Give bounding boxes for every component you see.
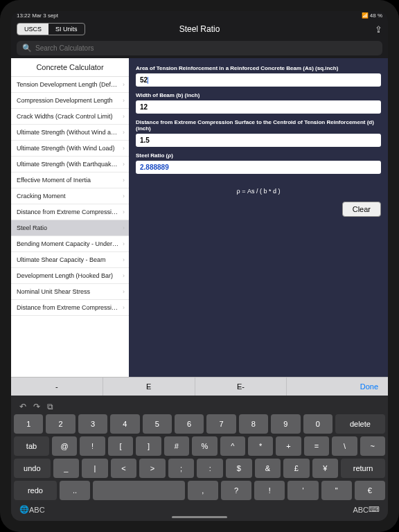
key[interactable]: [ xyxy=(108,436,133,456)
key[interactable]: = xyxy=(304,436,329,456)
kb-redo-icon[interactable]: ↷ xyxy=(33,402,40,411)
key[interactable]: .. xyxy=(60,481,90,500)
key[interactable]: \ xyxy=(332,436,357,456)
key[interactable]: 2 xyxy=(46,414,75,434)
seg-si[interactable]: SI Units xyxy=(48,24,85,35)
key[interactable]: : xyxy=(197,459,223,478)
key-tab[interactable]: tab xyxy=(14,436,49,456)
search-input[interactable] xyxy=(35,44,377,52)
key[interactable]: ] xyxy=(136,436,161,456)
key[interactable]: 6 xyxy=(175,414,204,434)
search-icon: 🔍 xyxy=(22,44,32,53)
sidebar-item[interactable]: Development Length (Hooked Bar)› xyxy=(11,268,129,284)
key[interactable]: $ xyxy=(226,459,252,478)
sidebar-title: Concrete Calculator xyxy=(11,58,129,77)
key[interactable]: 8 xyxy=(239,414,268,434)
key-space[interactable] xyxy=(93,481,185,500)
key[interactable]: < xyxy=(111,459,137,478)
share-icon[interactable]: ⇪ xyxy=(375,24,382,35)
formula-text: ρ = As / ( b * d ) xyxy=(136,188,381,195)
acc-done[interactable]: Done xyxy=(287,378,388,396)
kb-paste-icon[interactable]: ⧉ xyxy=(47,402,53,411)
chevron-right-icon: › xyxy=(123,161,125,168)
d-input[interactable]: 1.5 xyxy=(136,134,381,147)
key[interactable]: 7 xyxy=(206,414,236,434)
key[interactable]: return xyxy=(341,459,385,478)
key[interactable]: | xyxy=(82,459,108,478)
abc-key-right[interactable]: ABC xyxy=(353,506,369,514)
chevron-right-icon: › xyxy=(123,288,125,295)
key[interactable]: 9 xyxy=(271,414,300,434)
key[interactable]: 0 xyxy=(303,414,332,434)
search-bar[interactable]: 🔍 xyxy=(17,41,382,55)
sidebar-item[interactable]: Nominal Unit Shear Stress› xyxy=(11,284,129,300)
key[interactable]: ~ xyxy=(360,436,385,456)
acc-eminus[interactable]: E- xyxy=(195,378,287,396)
key[interactable]: > xyxy=(139,459,166,478)
key[interactable]: * xyxy=(248,436,273,456)
key[interactable]: 5 xyxy=(143,414,172,434)
key[interactable]: , xyxy=(188,481,218,500)
sidebar-item[interactable]: Ultimate Strength (With Wind Load)› xyxy=(11,141,129,157)
chevron-right-icon: › xyxy=(123,177,125,184)
main-panel: Area of Tension Reinforcement in a Reinf… xyxy=(129,58,388,377)
b-input[interactable]: 12 xyxy=(136,100,381,114)
key[interactable]: & xyxy=(255,459,281,478)
sidebar: Concrete Calculator Tension Development … xyxy=(11,58,129,377)
key-undo[interactable]: undo xyxy=(14,459,51,478)
chevron-right-icon: › xyxy=(123,304,125,311)
chevron-right-icon: › xyxy=(123,209,125,215)
as-label: Area of Tension Reinforcement in a Reinf… xyxy=(136,65,381,71)
globe-icon[interactable]: 🌐 xyxy=(19,505,29,514)
rho-output: 2.888889 xyxy=(136,161,381,174)
acc-e[interactable]: E xyxy=(103,378,195,396)
keyboard: ↶ ↷ ⧉ 1234567890delete tab@![]#%^*+=\~ u… xyxy=(11,396,388,521)
sidebar-item[interactable]: Ultimate Strength (Without Wind and...› xyxy=(11,125,129,141)
dismiss-kb-icon[interactable]: ⌨ xyxy=(369,505,380,514)
key[interactable]: ; xyxy=(168,459,195,478)
sidebar-item[interactable]: Bending Moment Capacity - Underrei...› xyxy=(11,236,129,252)
sidebar-item[interactable]: Effective Moment of Inertia› xyxy=(11,172,129,188)
key[interactable]: @ xyxy=(52,436,77,456)
seg-uscs[interactable]: USCS xyxy=(17,24,48,35)
sidebar-item[interactable]: Distance from Extreme Compression...› xyxy=(11,300,129,316)
status-battery: 📶 48 % xyxy=(362,12,382,19)
sidebar-item[interactable]: Steel Ratio› xyxy=(11,220,129,236)
home-indicator xyxy=(172,516,227,518)
clear-button[interactable]: Clear xyxy=(342,202,381,217)
sidebar-item[interactable]: Compression Development Length› xyxy=(11,93,129,109)
key[interactable]: delete xyxy=(335,414,385,434)
key[interactable]: _ xyxy=(53,459,80,478)
key[interactable]: £ xyxy=(283,459,310,478)
key[interactable]: ^ xyxy=(220,436,245,456)
sidebar-item[interactable]: Cracking Moment› xyxy=(11,188,129,204)
sidebar-item[interactable]: Distance from Extreme Compression...› xyxy=(11,204,129,220)
sidebar-item[interactable]: Ultimate Strength (With Earthquake L...› xyxy=(11,157,129,172)
key[interactable]: ! xyxy=(80,436,105,456)
sidebar-item[interactable]: Tension Development Length (Defor...› xyxy=(11,77,129,93)
key[interactable]: % xyxy=(192,436,217,456)
key[interactable]: € xyxy=(355,481,385,500)
key[interactable]: 1 xyxy=(14,414,43,434)
key-redo[interactable]: redo xyxy=(14,481,57,500)
chevron-right-icon: › xyxy=(123,81,125,88)
key[interactable]: 4 xyxy=(110,414,139,434)
topbar: USCS SI Units Steel Ratio ⇪ xyxy=(11,20,388,38)
key[interactable]: 3 xyxy=(78,414,107,434)
sidebar-item[interactable]: Ultimate Shear Capacity - Beam› xyxy=(11,252,129,268)
sidebar-item[interactable]: Crack Widths (Crack Control Limit)› xyxy=(11,109,129,125)
key[interactable]: ¥ xyxy=(312,459,339,478)
kb-undo-icon[interactable]: ↶ xyxy=(19,402,26,411)
abc-key-left[interactable]: ABC xyxy=(29,506,45,514)
chevron-right-icon: › xyxy=(123,145,125,152)
key[interactable]: " xyxy=(321,481,352,500)
as-input[interactable]: 52 xyxy=(136,73,381,87)
key[interactable]: ? xyxy=(221,481,251,500)
key[interactable]: # xyxy=(164,436,189,456)
key[interactable]: ' xyxy=(287,481,318,500)
chevron-right-icon: › xyxy=(123,224,125,231)
acc-dash[interactable]: - xyxy=(11,378,103,396)
chevron-right-icon: › xyxy=(123,240,125,247)
key[interactable]: + xyxy=(276,436,301,456)
key[interactable]: ! xyxy=(254,481,285,500)
